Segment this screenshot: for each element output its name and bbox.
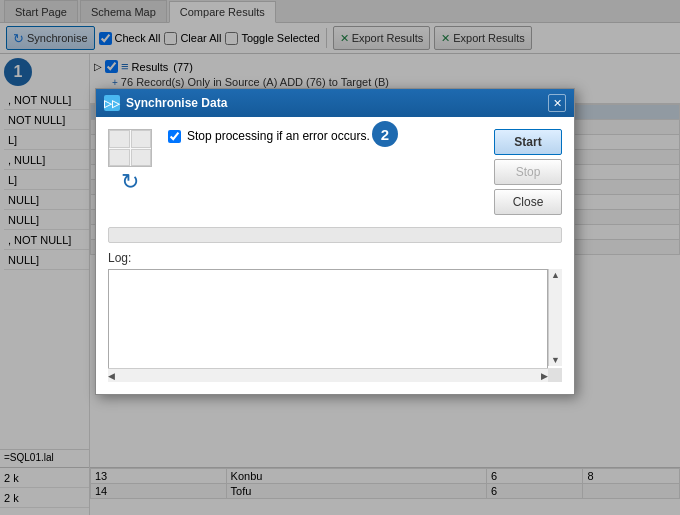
left-data-row: L] xyxy=(4,170,89,190)
modal-title-icon: ▷▷ xyxy=(104,95,120,111)
left-data-row: , NULL] xyxy=(4,150,89,170)
modal-close-button[interactable]: ✕ xyxy=(548,94,566,112)
start-button[interactable]: Start xyxy=(494,129,562,155)
export-results-button[interactable]: ✕ Export Results xyxy=(333,26,431,50)
log-textarea[interactable] xyxy=(108,269,548,379)
bottom-table-row: 14 Tofu 6 xyxy=(91,484,680,499)
bottom-left-row: 2 k xyxy=(0,468,89,488)
scroll-down-arrow[interactable]: ▼ xyxy=(550,354,561,366)
badge-1: 1 xyxy=(4,58,32,86)
toolbar-separator xyxy=(326,28,327,48)
results-tree-root: ▷ ≡ Results (77) xyxy=(94,58,676,75)
modal-buttons: Start Stop Close xyxy=(494,129,562,215)
toggle-selected-checkbox[interactable]: Toggle Selected xyxy=(225,32,319,45)
scroll-up-arrow[interactable]: ▲ xyxy=(550,269,561,281)
export-results2-button[interactable]: ✕ Export Results xyxy=(434,26,532,50)
left-data-row: , NOT NULL] xyxy=(4,230,89,250)
left-sidebar: 1 , NOT NULL] NOT NULL] L] , NULL] L] NU… xyxy=(0,54,90,515)
synchronise-dialog[interactable]: ▷▷ Synchronise Data ✕ ↻ xyxy=(95,88,575,395)
export2-icon: ✕ xyxy=(441,32,450,45)
badge-2: 2 xyxy=(372,121,398,147)
sync-spinner-icon: ↻ xyxy=(121,171,139,193)
bottom-table-row: 13 Konbu 6 8 xyxy=(91,469,680,484)
scroll-corner xyxy=(548,368,562,382)
synchronise-button[interactable]: ↻ Synchronise xyxy=(6,26,95,50)
vertical-scrollbar[interactable]: ▲ ▼ xyxy=(548,269,562,366)
stop-processing-checkbox[interactable] xyxy=(168,130,181,143)
tab-start-page[interactable]: Start Page xyxy=(4,0,78,22)
clear-all-checkbox[interactable]: Clear All xyxy=(164,32,221,45)
icon-grid xyxy=(108,129,152,167)
left-data-row: L] xyxy=(4,130,89,150)
left-data-row: , NOT NULL] xyxy=(4,90,89,110)
stop-processing-row: Stop processing if an error occurs. xyxy=(168,129,478,143)
expression-bar: =SQL01.lal xyxy=(4,452,54,463)
tree-sub-icon: + xyxy=(112,77,118,88)
left-data-row: NULL] xyxy=(4,250,89,270)
close-button[interactable]: Close xyxy=(494,189,562,215)
tab-compare-results[interactable]: Compare Results xyxy=(169,1,276,23)
tab-schema-map[interactable]: Schema Map xyxy=(80,0,167,22)
log-label: Log: xyxy=(108,251,562,265)
left-data-row: NOT NULL] xyxy=(4,110,89,130)
modal-title: Synchronise Data xyxy=(126,96,227,110)
modal-body: ↻ 2 Stop processing if an error occurs. … xyxy=(96,117,574,394)
log-section: Log: ▲ ▼ ◀ ▶ xyxy=(108,251,562,382)
left-data-row: NULL] xyxy=(4,210,89,230)
log-textarea-wrapper: ▲ ▼ ◀ ▶ xyxy=(108,269,562,382)
results-tree-sub: + 76 Record(s) Only in Source (A) ADD (7… xyxy=(94,75,676,89)
scroll-right-arrow[interactable]: ▶ xyxy=(541,371,548,381)
left-data-row: NULL] xyxy=(4,190,89,210)
stop-button[interactable]: Stop xyxy=(494,159,562,185)
results-icon: ≡ xyxy=(121,59,129,74)
scroll-left-arrow[interactable]: ◀ xyxy=(108,371,115,381)
sync-icon: ↻ xyxy=(13,31,24,46)
horizontal-scrollbar[interactable]: ◀ ▶ xyxy=(108,368,548,382)
check-all-checkbox[interactable]: Check All xyxy=(99,32,161,45)
toolbar: ↻ Synchronise Check All Clear All Toggle… xyxy=(0,23,680,54)
tab-bar: Start Page Schema Map Compare Results xyxy=(0,0,680,23)
progress-bar-container xyxy=(108,227,562,243)
sync-icon-area: ↻ xyxy=(108,129,152,193)
modal-titlebar: ▷▷ Synchronise Data ✕ xyxy=(96,89,574,117)
tree-expand-icon[interactable]: ▷ xyxy=(94,61,102,72)
export-icon: ✕ xyxy=(340,32,349,45)
results-checkbox[interactable] xyxy=(105,60,118,73)
bottom-left-row: 2 k xyxy=(0,488,89,508)
